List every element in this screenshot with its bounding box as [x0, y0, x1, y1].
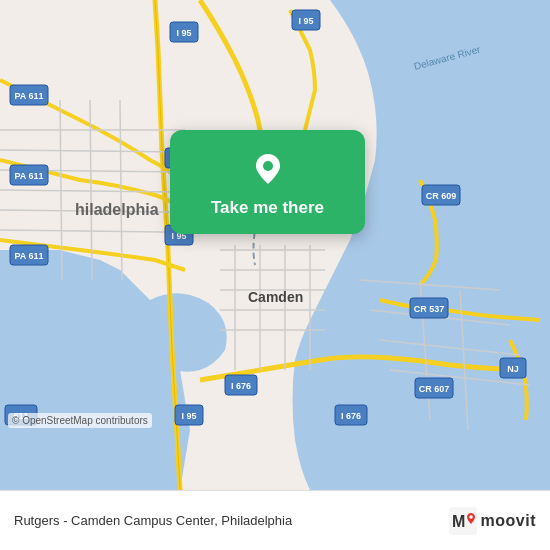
moovit-text-label: moovit	[481, 512, 536, 530]
svg-point-59	[263, 161, 273, 171]
svg-text:CR 609: CR 609	[426, 191, 457, 201]
map-container: PA 611 PA 611 PA 611 611 I 95 I 95 I 95 …	[0, 0, 550, 490]
svg-text:I 95: I 95	[176, 28, 191, 38]
svg-text:Camden: Camden	[248, 289, 303, 305]
svg-text:PA 611: PA 611	[14, 251, 43, 261]
location-pin-icon	[248, 148, 288, 188]
moovit-logo: M moovit	[449, 507, 536, 535]
svg-text:I 95: I 95	[298, 16, 313, 26]
moovit-brand-icon: M	[449, 507, 477, 535]
take-me-there-label: Take me there	[211, 198, 324, 218]
svg-text:CR 607: CR 607	[419, 384, 450, 394]
svg-text:NJ: NJ	[507, 364, 519, 374]
svg-text:PA 611: PA 611	[14, 171, 43, 181]
svg-text:I 676: I 676	[231, 381, 251, 391]
location-name: Rutgers - Camden Campus Center, Philadel…	[14, 513, 449, 528]
svg-text:PA 611: PA 611	[14, 91, 43, 101]
svg-text:M: M	[452, 513, 465, 530]
osm-credit: © OpenStreetMap contributors	[8, 413, 152, 428]
svg-text:CR 537: CR 537	[414, 304, 445, 314]
svg-point-62	[469, 515, 473, 519]
svg-text:I 95: I 95	[181, 411, 196, 421]
svg-text:I 676: I 676	[341, 411, 361, 421]
svg-text:hiladelphia: hiladelphia	[75, 201, 159, 218]
take-me-there-button[interactable]: Take me there	[170, 130, 365, 234]
bottom-bar: Rutgers - Camden Campus Center, Philadel…	[0, 490, 550, 550]
